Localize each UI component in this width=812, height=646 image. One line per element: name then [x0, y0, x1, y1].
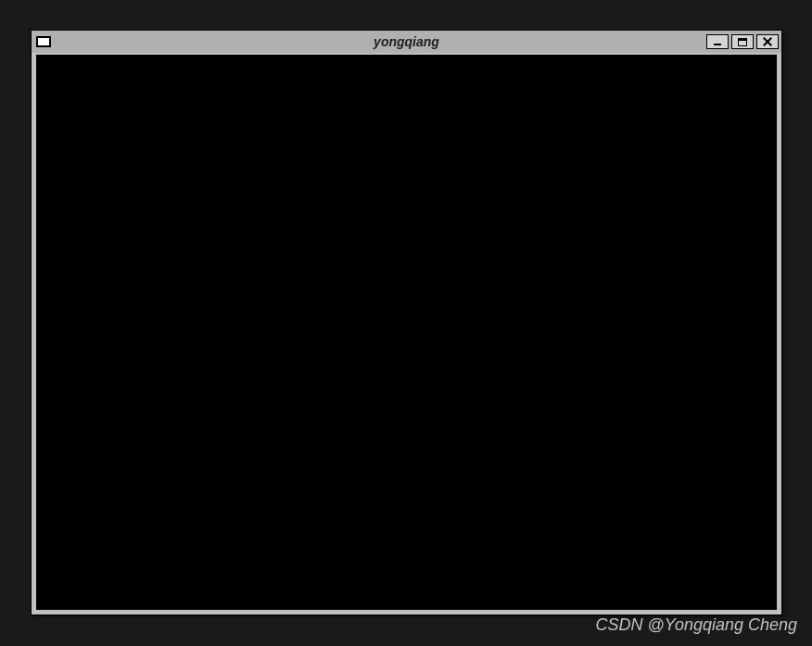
watermark-text: CSDN @Yongqiang Cheng — [596, 615, 797, 635]
close-button[interactable] — [756, 34, 779, 49]
window-content-area — [36, 55, 777, 610]
application-window: yongqiang — [31, 30, 782, 615]
close-icon — [763, 37, 772, 46]
minimize-button[interactable] — [706, 34, 729, 49]
window-titlebar[interactable]: yongqiang — [32, 31, 781, 53]
titlebar-left — [34, 36, 51, 47]
maximize-icon — [738, 38, 747, 46]
maximize-button[interactable] — [731, 34, 754, 49]
titlebar-buttons — [706, 34, 779, 49]
minimize-icon — [714, 44, 721, 45]
window-icon — [36, 36, 51, 47]
window-title: yongqiang — [374, 34, 439, 49]
